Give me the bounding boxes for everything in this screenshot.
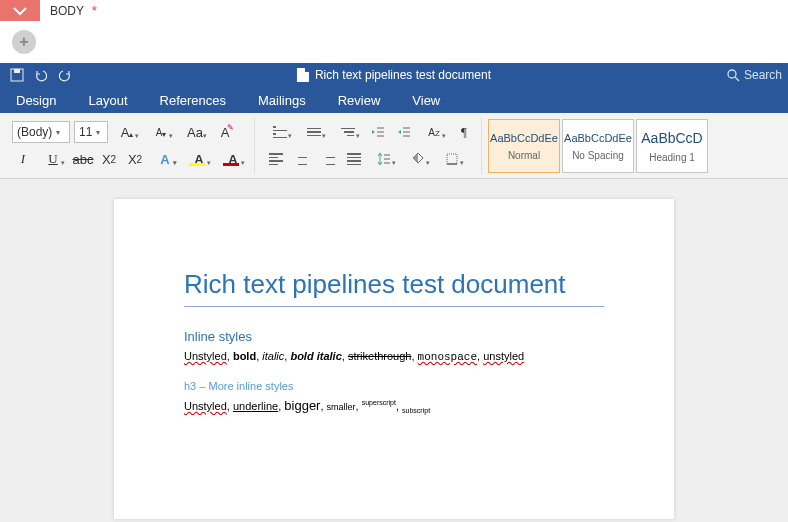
tab-references[interactable]: References xyxy=(144,87,242,113)
strikethrough-button[interactable]: abc xyxy=(72,148,94,170)
text-effects-button[interactable]: A xyxy=(150,148,180,170)
grow-font-button[interactable]: A▴ xyxy=(112,121,142,143)
shading-button[interactable] xyxy=(403,148,433,170)
align-left-button[interactable] xyxy=(265,148,287,170)
search-wrap[interactable]: Search xyxy=(726,68,782,82)
font-color-button[interactable]: A xyxy=(218,148,248,170)
show-marks-button[interactable]: ¶ xyxy=(453,121,475,143)
search-placeholder: Search xyxy=(744,68,782,82)
justify-button[interactable] xyxy=(343,148,365,170)
align-right-button[interactable] xyxy=(317,148,339,170)
redo-icon[interactable] xyxy=(58,68,72,82)
document-title-wrap: Rich text pipelines test document xyxy=(297,68,491,82)
italic-button[interactable]: I xyxy=(12,148,34,170)
clear-formatting-button[interactable]: A✎ xyxy=(214,121,236,143)
decrease-indent-button[interactable] xyxy=(367,121,389,143)
svg-rect-1 xyxy=(14,69,20,73)
increase-indent-button[interactable] xyxy=(393,121,415,143)
tab-mailings[interactable]: Mailings xyxy=(242,87,322,113)
unsaved-indicator: * xyxy=(92,4,97,18)
change-case-button[interactable]: Aa xyxy=(180,121,210,143)
svg-line-3 xyxy=(735,77,739,81)
font-size-combo[interactable]: 11▾ xyxy=(74,121,108,143)
doc-h2[interactable]: Inline styles xyxy=(184,329,604,344)
block-label: BODY xyxy=(50,4,84,18)
numbering-button[interactable] xyxy=(299,121,329,143)
ribbon: (Body)▾ 11▾ A▴ A▾ Aa A✎ I U abc X2 X2 A … xyxy=(0,113,788,179)
line-spacing-button[interactable] xyxy=(369,148,399,170)
underline-button[interactable]: U xyxy=(38,148,68,170)
style-heading-1[interactable]: AaBbCcD Heading 1 xyxy=(636,119,708,173)
borders-button[interactable] xyxy=(437,148,467,170)
paragraph-group: AZ ¶ xyxy=(259,117,482,174)
shrink-font-button[interactable]: A▾ xyxy=(146,121,176,143)
doc-title-heading[interactable]: Rich text pipelines test document xyxy=(184,269,604,307)
tab-design[interactable]: Design xyxy=(0,87,72,113)
style-normal[interactable]: AaBbCcDdEe Normal xyxy=(488,119,560,173)
word-doc-icon xyxy=(297,68,309,82)
svg-point-2 xyxy=(728,70,736,78)
editor-top-strip: BODY * xyxy=(0,0,788,21)
superscript-button[interactable]: X2 xyxy=(124,148,146,170)
highlight-button[interactable]: A xyxy=(184,148,214,170)
tab-layout[interactable]: Layout xyxy=(72,87,143,113)
save-icon[interactable] xyxy=(10,68,24,82)
app-titlebar: Rich text pipelines test document Search xyxy=(0,63,788,87)
collapse-chevron[interactable] xyxy=(0,0,40,21)
font-group: (Body)▾ 11▾ A▴ A▾ Aa A✎ I U abc X2 X2 A … xyxy=(6,117,255,174)
document-canvas[interactable]: Rich text pipelines test document Inline… xyxy=(0,179,788,522)
multilevel-list-button[interactable] xyxy=(333,121,363,143)
add-block-row: + xyxy=(0,21,788,63)
doc-line-1[interactable]: Unstyled, bold, italic, bold italic, str… xyxy=(184,348,604,366)
add-block-button[interactable]: + xyxy=(12,30,36,54)
tab-view[interactable]: View xyxy=(396,87,456,113)
document-page[interactable]: Rich text pipelines test document Inline… xyxy=(114,199,674,519)
bullets-button[interactable] xyxy=(265,121,295,143)
undo-icon[interactable] xyxy=(34,68,48,82)
search-icon xyxy=(726,68,740,82)
align-center-button[interactable] xyxy=(291,148,313,170)
document-title: Rich text pipelines test document xyxy=(315,68,491,82)
style-no-spacing[interactable]: AaBbCcDdEe No Spacing xyxy=(562,119,634,173)
svg-rect-14 xyxy=(447,154,457,164)
font-name-combo[interactable]: (Body)▾ xyxy=(12,121,70,143)
subscript-button[interactable]: X2 xyxy=(98,148,120,170)
ribbon-tabs: Design Layout References Mailings Review… xyxy=(0,87,788,113)
styles-gallery: AaBbCcDdEe Normal AaBbCcDdEe No Spacing … xyxy=(486,117,710,174)
doc-line-2[interactable]: Unstyled, underline, bigger, smaller, su… xyxy=(184,396,604,417)
tab-review[interactable]: Review xyxy=(322,87,397,113)
doc-h3[interactable]: h3 – More inline styles xyxy=(184,380,604,392)
sort-button[interactable]: AZ xyxy=(419,121,449,143)
